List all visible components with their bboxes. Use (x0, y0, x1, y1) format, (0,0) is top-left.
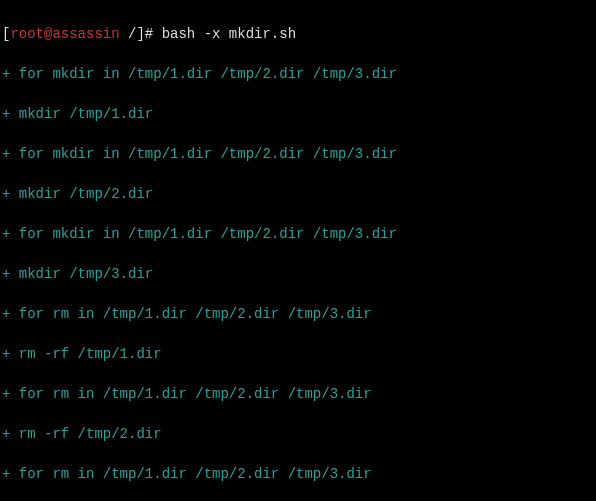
trace-line: + for mkdir in /tmp/1.dir /tmp/2.dir /tm… (2, 224, 594, 244)
trace-line: + for mkdir in /tmp/1.dir /tmp/2.dir /tm… (2, 144, 594, 164)
trace-line: + mkdir /tmp/3.dir (2, 264, 594, 284)
trace-line: + mkdir /tmp/1.dir (2, 104, 594, 124)
trace-line: + rm -rf /tmp/1.dir (2, 344, 594, 364)
prompt-path: / (120, 26, 137, 42)
terminal[interactable]: [root@assassin /]# bash -x mkdir.sh + fo… (0, 0, 596, 501)
prompt-user: root@assassin (10, 26, 119, 42)
command-1: bash -x mkdir.sh (162, 26, 296, 42)
trace-line: + mkdir /tmp/2.dir (2, 184, 594, 204)
bracket: ] (136, 26, 144, 42)
prompt-line-1: [root@assassin /]# bash -x mkdir.sh (2, 24, 594, 44)
trace-line: + for rm in /tmp/1.dir /tmp/2.dir /tmp/3… (2, 384, 594, 404)
prompt-hash: # (145, 26, 162, 42)
trace-line: + rm -rf /tmp/2.dir (2, 424, 594, 444)
trace-line: + for rm in /tmp/1.dir /tmp/2.dir /tmp/3… (2, 464, 594, 484)
trace-line: + for rm in /tmp/1.dir /tmp/2.dir /tmp/3… (2, 304, 594, 324)
trace-line: + for mkdir in /tmp/1.dir /tmp/2.dir /tm… (2, 64, 594, 84)
